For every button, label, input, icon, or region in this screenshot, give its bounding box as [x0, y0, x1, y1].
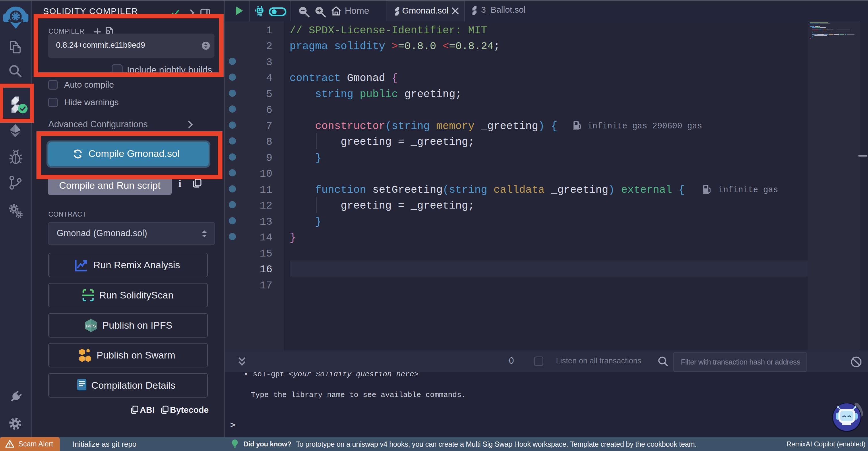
svg-text:IPFS: IPFS	[86, 323, 96, 328]
